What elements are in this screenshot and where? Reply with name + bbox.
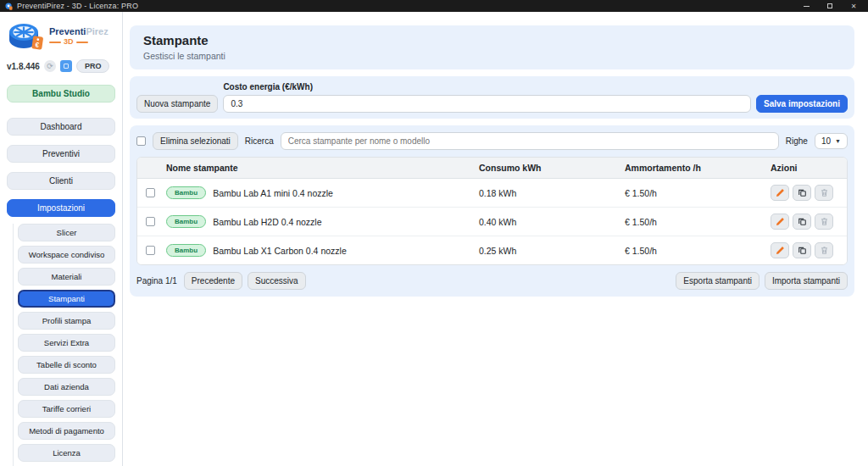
page-subtitle: Gestisci le stampanti bbox=[143, 51, 841, 61]
pencil-icon bbox=[776, 246, 785, 255]
sidebar-item-tabelle-di-sconto[interactable]: Tabelle di sconto bbox=[18, 356, 115, 374]
table-footer: Pagina 1/1 Precedente Successiva Esporta… bbox=[136, 272, 848, 290]
printers-table: Nome stampante Consumo kWh Ammortamento … bbox=[136, 157, 848, 265]
table-row: Bambu Bambu Lab H2D 0.4 nozzle 0.40 kWh … bbox=[137, 208, 847, 236]
rows-per-page-select[interactable]: 10 ▼ bbox=[815, 133, 848, 149]
page-header: Stampante Gestisci le stampanti bbox=[130, 25, 854, 69]
printer-name: Bambu Lab X1 Carbon 0.4 nozzle bbox=[213, 246, 347, 256]
pro-badge: PRO bbox=[76, 59, 110, 73]
main-content: Stampante Gestisci le stampanti Nuova st… bbox=[123, 12, 868, 466]
col-consumo-kwh: Consumo kWh bbox=[472, 158, 618, 178]
rows-per-page-value: 10 bbox=[821, 136, 831, 146]
brand-secondary: Pirez bbox=[86, 26, 108, 36]
pencil-icon bbox=[776, 188, 785, 197]
version-label: v1.8.446 bbox=[7, 62, 40, 71]
sidebar-item-clienti[interactable]: Clienti bbox=[7, 172, 115, 190]
sidebar-item-preventivi[interactable]: Preventivi bbox=[7, 145, 115, 163]
col-ammortamento: Ammortamento /h bbox=[618, 158, 764, 178]
sidebar-item-workspace-condiviso[interactable]: Workspace condiviso bbox=[18, 246, 115, 264]
energy-cost-label: Costo energia (€/kWh) bbox=[223, 82, 751, 92]
sidebar-item-servizi-extra[interactable]: Servizi Extra bbox=[18, 334, 115, 352]
search-input[interactable] bbox=[281, 132, 779, 150]
printer-name: Bambu Lab A1 mini 0.4 nozzle bbox=[213, 188, 333, 198]
maximize-icon[interactable] bbox=[826, 2, 834, 10]
sidebar-item-impostazioni[interactable]: Impostazioni bbox=[7, 199, 115, 217]
window-titlebar: PreventiPirez - 3D - Licenza: PRO ✕ bbox=[0, 0, 868, 12]
energy-cost-input[interactable] bbox=[223, 95, 751, 113]
energy-settings-card: Nuova stampante Costo energia (€/kWh) Sa… bbox=[130, 76, 854, 119]
previous-page-button[interactable]: Precedente bbox=[184, 272, 242, 290]
save-settings-button[interactable]: Salva impostazioni bbox=[756, 95, 848, 113]
col-azioni: Azioni bbox=[764, 158, 847, 178]
import-printers-button[interactable]: Importa stampanti bbox=[765, 272, 848, 290]
edit-button[interactable] bbox=[771, 185, 789, 201]
trash-icon bbox=[820, 188, 829, 197]
brand-primary: Preventi bbox=[49, 26, 86, 36]
delete-selected-button[interactable]: Elimina selezionati bbox=[153, 132, 238, 150]
printer-consumption: 0.40 kWh bbox=[472, 211, 618, 233]
sidebar-item-stampanti[interactable]: Stampanti bbox=[18, 290, 115, 308]
sidebar: € PreventiPirez 3D v1.8.446 ⟳ PRO Bambu bbox=[0, 12, 123, 466]
table-row: Bambu Bambu Lab A1 mini 0.4 nozzle 0.18 … bbox=[137, 179, 847, 208]
printers-table-card: Elimina selezionati Ricerca Righe 10 ▼ N… bbox=[130, 125, 854, 297]
table-header-row: Nome stampante Consumo kWh Ammortamento … bbox=[137, 158, 847, 179]
sidebar-item-profili-stampa[interactable]: Profili stampa bbox=[18, 312, 115, 330]
next-page-button[interactable]: Successiva bbox=[248, 272, 306, 290]
app-icon bbox=[5, 3, 13, 10]
row-checkbox[interactable] bbox=[146, 217, 155, 226]
window-controls: ✕ bbox=[802, 2, 863, 10]
chevron-down-icon: ▼ bbox=[835, 138, 841, 144]
printer-name: Bambu Lab H2D 0.4 nozzle bbox=[213, 217, 321, 227]
pencil-icon bbox=[776, 217, 785, 226]
brand-badge: Bambu bbox=[166, 215, 206, 228]
new-printer-button[interactable]: Nuova stampante bbox=[136, 95, 218, 113]
table-toolbar: Elimina selezionati Ricerca Righe 10 ▼ bbox=[136, 132, 848, 150]
edit-button[interactable] bbox=[771, 214, 789, 230]
edit-button[interactable] bbox=[771, 242, 789, 258]
brand-3d: 3D bbox=[64, 38, 74, 46]
sidebar-item-dati-azienda[interactable]: Dati azienda bbox=[18, 378, 115, 396]
duplicate-button[interactable] bbox=[793, 185, 811, 201]
trash-icon bbox=[820, 217, 829, 226]
trash-icon bbox=[820, 246, 829, 255]
info-icon[interactable] bbox=[60, 60, 72, 72]
printer-amortization: € 1.50/h bbox=[618, 211, 764, 233]
logo-rule-left bbox=[49, 42, 61, 43]
version-row: v1.8.446 ⟳ PRO bbox=[7, 59, 115, 73]
close-icon[interactable]: ✕ bbox=[849, 2, 858, 10]
sidebar-item-dashboard[interactable]: Dashboard bbox=[7, 118, 115, 136]
duplicate-button[interactable] bbox=[793, 214, 811, 230]
row-checkbox[interactable] bbox=[146, 246, 155, 255]
sidebar-item-licenza[interactable]: Licenza bbox=[18, 444, 115, 462]
page-title: Stampante bbox=[143, 33, 841, 47]
logo-rule-right bbox=[76, 42, 88, 43]
printer-consumption: 0.18 kWh bbox=[472, 182, 618, 204]
check-updates-icon[interactable]: ⟳ bbox=[44, 60, 56, 72]
sidebar-item-tariffe-corrieri[interactable]: Tariffe corrieri bbox=[18, 400, 115, 418]
copy-icon bbox=[798, 188, 807, 197]
row-checkbox[interactable] bbox=[146, 188, 155, 197]
sidebar-item-metodi-di-pagamento[interactable]: Metodi di pagamento bbox=[18, 422, 115, 440]
header-checkbox-spacer bbox=[137, 163, 159, 173]
export-printers-button[interactable]: Esporta stampanti bbox=[676, 272, 760, 290]
delete-button[interactable] bbox=[815, 242, 833, 258]
duplicate-button[interactable] bbox=[793, 242, 811, 258]
delete-button[interactable] bbox=[815, 185, 833, 201]
printer-consumption: 0.25 kWh bbox=[472, 240, 618, 262]
sidebar-item-materiali[interactable]: Materiali bbox=[18, 268, 115, 286]
sidebar-item-slicer[interactable]: Slicer bbox=[18, 224, 115, 241]
table-row: Bambu Bambu Lab X1 Carbon 0.4 nozzle 0.2… bbox=[137, 236, 847, 264]
rows-label: Righe bbox=[786, 136, 808, 146]
minimize-icon[interactable] bbox=[802, 2, 810, 10]
page-indicator: Pagina 1/1 bbox=[136, 276, 177, 286]
printer-amortization: € 1.50/h bbox=[618, 240, 764, 262]
select-all-checkbox[interactable] bbox=[136, 136, 146, 146]
window-title: PreventiPirez - 3D - Licenza: PRO bbox=[17, 2, 138, 10]
bambu-studio-button[interactable]: Bambu Studio bbox=[7, 85, 115, 103]
settings-subnav: Slicer Workspace condiviso Materiali Sta… bbox=[13, 224, 115, 466]
delete-button[interactable] bbox=[815, 214, 833, 230]
brand-badge: Bambu bbox=[166, 186, 206, 199]
printer-amortization: € 1.50/h bbox=[618, 182, 764, 204]
search-label: Ricerca bbox=[245, 136, 274, 146]
filament-spool-icon: € bbox=[7, 19, 47, 54]
